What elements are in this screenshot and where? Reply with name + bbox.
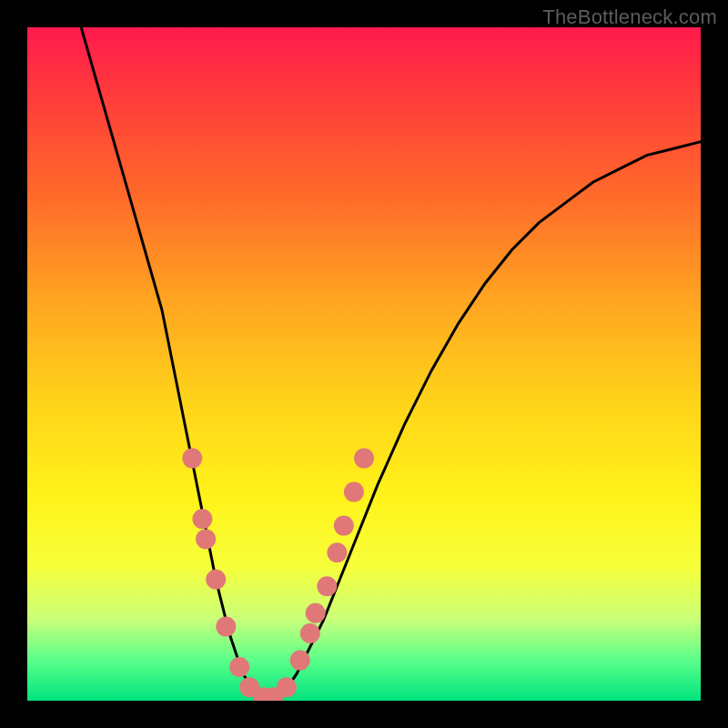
curve-marker-dot [300, 623, 320, 643]
curve-marker-dot [229, 657, 249, 677]
curve-marker-dot [182, 449, 202, 469]
curve-markers [182, 449, 374, 701]
curve-marker-dot [306, 603, 326, 623]
curve-marker-dot [344, 482, 364, 502]
curve-marker-dot [354, 449, 374, 469]
bottleneck-curve-path [81, 27, 701, 701]
curve-line [81, 27, 701, 701]
curve-marker-dot [277, 677, 297, 697]
curve-marker-dot [334, 516, 354, 536]
curve-marker-dot [196, 529, 216, 549]
chart-frame: TheBottleneck.com [0, 0, 728, 728]
curve-marker-dot [192, 509, 212, 529]
watermark-text: TheBottleneck.com [542, 5, 717, 29]
plot-area [27, 27, 701, 701]
curve-marker-dot [327, 542, 347, 562]
bottleneck-curve-svg [27, 27, 701, 701]
curve-marker-dot [216, 617, 236, 637]
curve-marker-dot [317, 576, 337, 596]
curve-marker-dot [206, 570, 226, 590]
curve-marker-dot [290, 651, 310, 671]
